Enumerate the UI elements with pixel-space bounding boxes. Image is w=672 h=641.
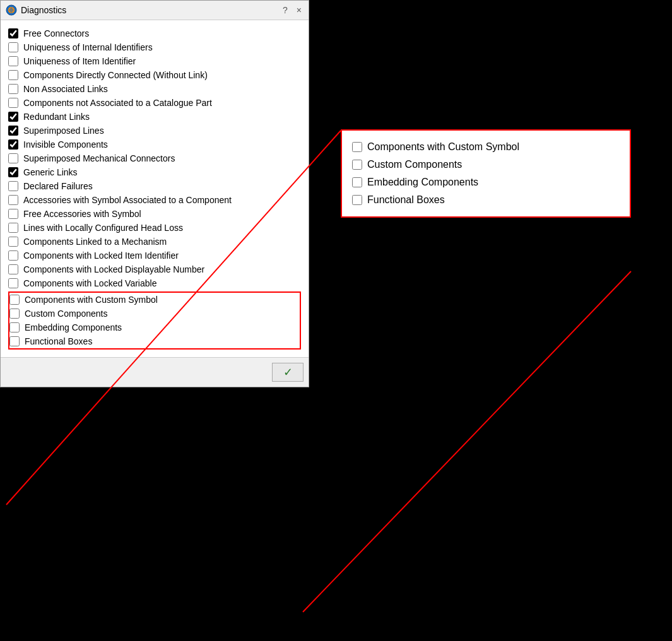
- checkbox-input[interactable]: [8, 181, 18, 191]
- highlighted-checkbox-list: Components with Custom SymbolCustom Comp…: [9, 293, 300, 348]
- zoom-checkbox-input[interactable]: [352, 177, 362, 187]
- highlighted-section: Components with Custom SymbolCustom Comp…: [8, 291, 301, 350]
- checkbox-label: Functional Boxes: [25, 336, 92, 346]
- checkbox-label: Lines with Locally Configured Head Loss: [23, 223, 183, 233]
- zoom-checkbox-item[interactable]: Components with Custom Symbol: [352, 138, 620, 156]
- checkbox-input[interactable]: [9, 295, 20, 305]
- checkbox-item[interactable]: Free Accessories with Symbol: [8, 207, 301, 221]
- checkbox-list: Free ConnectorsUniqueness of Internal Id…: [8, 26, 301, 290]
- checkbox-input[interactable]: [8, 264, 18, 274]
- checkbox-input[interactable]: [8, 195, 18, 205]
- highlighted-checkbox-item[interactable]: Functional Boxes: [9, 334, 300, 348]
- zoom-checkbox-item[interactable]: Embedding Components: [352, 173, 620, 191]
- checkbox-label: Embedding Components: [25, 322, 122, 332]
- checkbox-label: Generic Links: [23, 167, 78, 177]
- zoom-checkbox-input[interactable]: [352, 195, 362, 205]
- checkbox-label: Components with Locked Displayable Numbe…: [23, 264, 204, 274]
- checkbox-label: Accessories with Symbol Associated to a …: [23, 195, 232, 205]
- zoom-label: Functional Boxes: [367, 194, 445, 206]
- zoom-label: Embedding Components: [367, 177, 478, 188]
- checkbox-input[interactable]: [8, 42, 18, 52]
- checkbox-item[interactable]: Superimposed Mechanical Connectors: [8, 151, 301, 165]
- dialog-body: Free ConnectorsUniqueness of Internal Id…: [1, 20, 309, 357]
- checkbox-item[interactable]: Components not Associated to a Catalogue…: [8, 96, 301, 110]
- checkbox-input[interactable]: [9, 309, 20, 319]
- checkbox-label: Non Associated Links: [23, 84, 108, 94]
- zoom-checkbox-list: Components with Custom SymbolCustom Comp…: [352, 138, 620, 209]
- checkbox-label: Redundant Links: [23, 112, 90, 122]
- checkbox-input[interactable]: [8, 56, 18, 66]
- checkbox-input[interactable]: [8, 84, 18, 94]
- checkbox-item[interactable]: Uniqueness of Internal Identifiers: [8, 40, 301, 54]
- checkbox-label: Components not Associated to a Catalogue…: [23, 98, 212, 108]
- checkbox-label: Invisible Components: [23, 139, 108, 150]
- checkbox-item[interactable]: Lines with Locally Configured Head Loss: [8, 221, 301, 235]
- checkbox-item[interactable]: Generic Links: [8, 165, 301, 179]
- highlighted-checkbox-item[interactable]: Embedding Components: [9, 320, 300, 334]
- checkbox-input[interactable]: [8, 167, 18, 177]
- checkbox-input[interactable]: [8, 70, 18, 80]
- dialog-footer: ✓: [1, 357, 309, 387]
- svg-line-3: [303, 271, 631, 612]
- checkbox-label: Components Linked to a Mechanism: [23, 237, 167, 247]
- checkbox-item[interactable]: Components with Locked Displayable Numbe…: [8, 262, 301, 276]
- zoom-label: Custom Components: [367, 159, 462, 170]
- zoom-checkbox-input[interactable]: [352, 160, 362, 170]
- checkbox-label: Custom Components: [25, 309, 108, 319]
- checkbox-input[interactable]: [8, 250, 18, 261]
- checkbox-label: Free Accessories with Symbol: [23, 209, 141, 219]
- diagnostics-dialog: Diagnostics ? × Free ConnectorsUniquenes…: [0, 0, 309, 387]
- checkbox-item[interactable]: Superimposed Lines: [8, 124, 301, 138]
- checkbox-label: Components with Locked Item Identifier: [23, 250, 179, 261]
- checkbox-item[interactable]: Invisible Components: [8, 138, 301, 151]
- checkbox-input[interactable]: [8, 153, 18, 163]
- zoom-checkbox-input[interactable]: [352, 142, 362, 152]
- checkbox-label: Superimposed Mechanical Connectors: [23, 153, 175, 163]
- help-button[interactable]: ?: [281, 5, 290, 15]
- checkbox-label: Components with Locked Variable: [23, 278, 156, 288]
- checkbox-item[interactable]: Components with Locked Variable: [8, 276, 301, 290]
- checkbox-input[interactable]: [8, 209, 18, 219]
- checkbox-label: Free Connectors: [23, 28, 89, 38]
- ok-button[interactable]: ✓: [272, 363, 304, 382]
- highlighted-checkbox-item[interactable]: Components with Custom Symbol: [9, 293, 300, 307]
- highlighted-checkbox-item[interactable]: Custom Components: [9, 307, 300, 320]
- checkbox-input[interactable]: [8, 237, 18, 247]
- checkbox-item[interactable]: Uniqueness of Item Identifier: [8, 54, 301, 68]
- zoom-label: Components with Custom Symbol: [367, 141, 519, 153]
- dialog-title: Diagnostics: [21, 5, 66, 15]
- checkbox-label: Components Directly Connected (Without L…: [23, 70, 208, 80]
- checkbox-input[interactable]: [8, 223, 18, 233]
- zoom-panel: Components with Custom SymbolCustom Comp…: [341, 129, 631, 218]
- checkbox-input[interactable]: [8, 112, 18, 122]
- checkbox-input[interactable]: [8, 126, 18, 136]
- checkbox-label: Uniqueness of Internal Identifiers: [23, 42, 153, 52]
- checkbox-item[interactable]: Free Connectors: [8, 26, 301, 40]
- zoom-checkbox-item[interactable]: Custom Components: [352, 156, 620, 173]
- app-icon: [6, 4, 17, 16]
- checkbox-label: Uniqueness of Item Identifier: [23, 56, 136, 66]
- checkbox-label: Components with Custom Symbol: [25, 295, 158, 305]
- checkbox-item[interactable]: Non Associated Links: [8, 82, 301, 96]
- checkbox-input[interactable]: [9, 336, 20, 346]
- checkbox-item[interactable]: Declared Failures: [8, 179, 301, 193]
- checkbox-label: Superimposed Lines: [23, 126, 104, 136]
- checkbox-item[interactable]: Components Directly Connected (Without L…: [8, 68, 301, 82]
- checkbox-item[interactable]: Redundant Links: [8, 110, 301, 124]
- checkbox-input[interactable]: [8, 278, 18, 288]
- checkbox-input[interactable]: [8, 28, 18, 38]
- checkbox-input[interactable]: [8, 139, 18, 150]
- checkbox-item[interactable]: Components Linked to a Mechanism: [8, 235, 301, 249]
- checkbox-item[interactable]: Accessories with Symbol Associated to a …: [8, 193, 301, 207]
- checkbox-input[interactable]: [9, 322, 20, 332]
- close-button[interactable]: ×: [295, 5, 304, 15]
- zoom-checkbox-item[interactable]: Functional Boxes: [352, 191, 620, 209]
- checkbox-item[interactable]: Components with Locked Item Identifier: [8, 249, 301, 262]
- checkbox-input[interactable]: [8, 98, 18, 108]
- checkbox-label: Declared Failures: [23, 181, 93, 191]
- title-bar: Diagnostics ? ×: [1, 1, 309, 20]
